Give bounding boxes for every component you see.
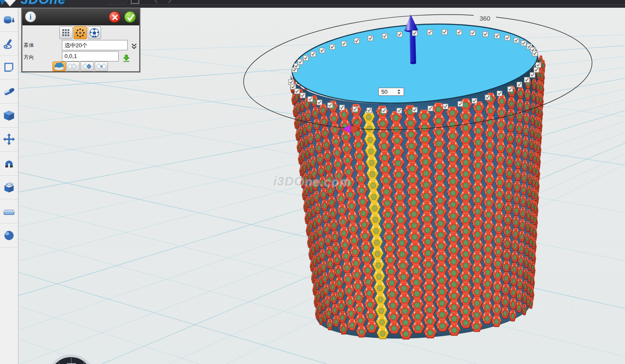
svg-text:i3DOne.com: i3DOne.com	[273, 174, 350, 188]
